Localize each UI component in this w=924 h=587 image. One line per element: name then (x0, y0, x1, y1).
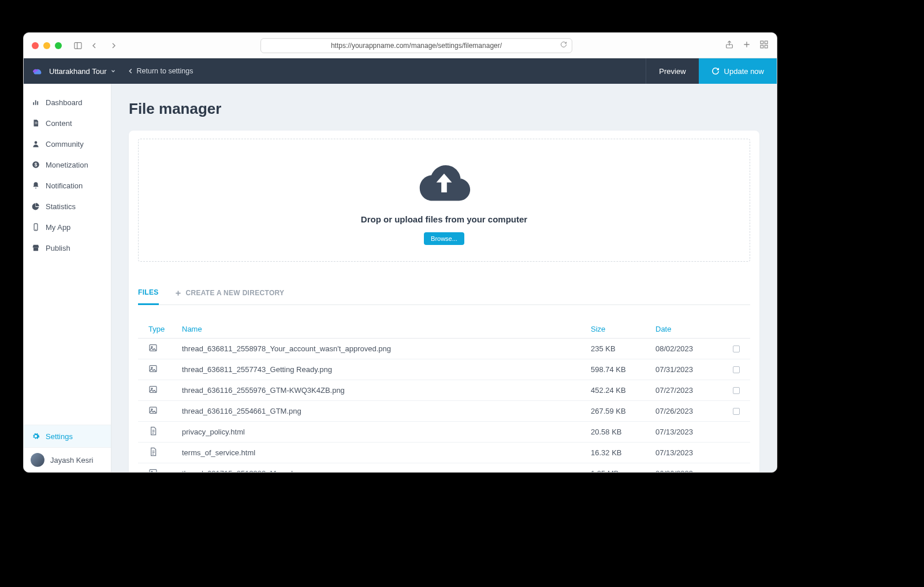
table-row[interactable]: thread_636116_2554661_GTM.png267.59 KB07… (138, 401, 750, 422)
file-size: 452.24 KB (591, 386, 655, 395)
table-row[interactable]: terms_of_service.html16.32 KB07/13/2023 (138, 443, 750, 463)
sidebar-item-content[interactable]: Content (24, 113, 111, 133)
reload-icon[interactable] (560, 41, 567, 50)
table-row[interactable]: thread_621715_2513202_Menu Icon.png1.05 … (138, 463, 750, 472)
file-size: 1.05 MB (591, 469, 655, 472)
app-logo-icon (32, 66, 43, 76)
sidebar-label: Dashboard (46, 98, 83, 107)
file-name: terms_of_service.html (182, 448, 591, 457)
window-minimize-button[interactable] (43, 42, 50, 49)
tabs-grid-icon[interactable] (759, 40, 769, 51)
user-profile[interactable]: Jayash Kesri (24, 448, 111, 472)
bell-icon (32, 181, 40, 190)
header-date[interactable]: Date (655, 325, 726, 333)
new-tab-icon[interactable] (742, 40, 751, 51)
app: Uttarakhand Tour Return to settings Prev… (24, 58, 777, 472)
return-to-settings-link[interactable]: Return to settings (126, 67, 193, 75)
sidebar-item-myapp[interactable]: My App (24, 217, 111, 237)
traffic-lights (32, 42, 62, 49)
svg-point-29 (151, 409, 152, 410)
tab-files[interactable]: FILES (138, 283, 159, 305)
sidebar-item-monetization[interactable]: $ Monetization (24, 154, 111, 175)
sidebar-footer: Settings Jayash Kesri (24, 425, 111, 472)
preview-label: Preview (659, 67, 685, 76)
dollar-icon: $ (32, 161, 40, 169)
forward-button[interactable] (106, 39, 122, 53)
tab-files-label: FILES (138, 288, 159, 296)
file-name: thread_621715_2513202_Menu Icon.png (182, 469, 591, 472)
table-row[interactable]: thread_636811_2557743_Getting Ready.png5… (138, 359, 750, 380)
svg-text:$: $ (35, 162, 38, 168)
sidebar-item-community[interactable]: Community (24, 133, 111, 154)
image-icon (148, 343, 182, 354)
preview-button[interactable]: Preview (646, 58, 698, 84)
back-button[interactable] (86, 39, 102, 53)
file-checkbox-cell (726, 408, 740, 415)
file-size: 267.59 KB (591, 407, 655, 415)
header-size[interactable]: Size (591, 325, 655, 333)
checkbox[interactable] (733, 366, 740, 373)
svg-rect-21 (176, 292, 180, 294)
file-date: 07/13/2023 (655, 428, 726, 436)
svg-rect-11 (37, 101, 38, 105)
pie-chart-icon (32, 202, 40, 210)
header-name[interactable]: Name (182, 325, 591, 333)
chevron-left-icon (126, 67, 135, 75)
browser-chrome: https://yourappname.com/manage/settings/… (24, 33, 777, 58)
checkbox[interactable] (733, 345, 740, 352)
chevron-down-icon[interactable] (110, 66, 116, 76)
refresh-icon (711, 67, 720, 75)
svg-rect-6 (765, 41, 767, 44)
checkbox[interactable] (733, 408, 740, 415)
url-bar[interactable]: https://yourappname.com/manage/settings/… (260, 38, 572, 53)
table-row[interactable]: privacy_policy.html20.58 KB07/13/2023 (138, 422, 750, 443)
header-type[interactable]: Type (148, 325, 182, 333)
sidebar-item-statistics[interactable]: Statistics (24, 196, 111, 217)
file-checkbox-cell (726, 345, 740, 352)
settings-label: Settings (46, 432, 73, 441)
app-body: Dashboard Content Community $ Monetizati… (24, 84, 777, 472)
window-close-button[interactable] (32, 42, 39, 49)
checkbox[interactable] (733, 387, 740, 394)
gear-icon (32, 432, 40, 440)
sidebar-item-publish[interactable]: Publish (24, 237, 111, 258)
svg-point-37 (151, 471, 152, 472)
page-title: File manager (129, 100, 759, 118)
document-icon (148, 447, 182, 458)
image-icon (148, 468, 182, 472)
table-row[interactable]: thread_636811_2558978_Your_account_wasn'… (138, 339, 750, 359)
bar-chart-icon (32, 98, 40, 106)
svg-point-23 (151, 347, 152, 348)
sidebar-item-notification[interactable]: Notification (24, 175, 111, 196)
file-date: 06/26/2023 (655, 469, 726, 472)
svg-rect-13 (35, 124, 38, 124)
table-header: Type Name Size Date (138, 320, 750, 339)
update-label: Update now (724, 67, 764, 76)
share-icon[interactable] (725, 40, 734, 51)
svg-rect-36 (150, 470, 157, 472)
file-table: Type Name Size Date thread_636811_255897… (138, 320, 750, 472)
sidebar-item-settings[interactable]: Settings (24, 425, 111, 448)
sidebar-item-dashboard[interactable]: Dashboard (24, 92, 111, 113)
sidebar-label: Monetization (46, 161, 88, 169)
dropzone[interactable]: Drop or upload files from your computer … (138, 139, 750, 262)
document-icon (32, 119, 40, 127)
app-name[interactable]: Uttarakhand Tour (49, 67, 107, 76)
sidebar-label: Notification (46, 181, 83, 190)
file-date: 07/27/2023 (655, 386, 726, 395)
store-icon (32, 244, 40, 252)
window-maximize-button[interactable] (55, 42, 62, 49)
tabs: FILES CREATE A NEW DIRECTORY (138, 283, 750, 305)
sidebar-label: Content (46, 119, 72, 128)
file-date: 07/13/2023 (655, 448, 726, 457)
browse-button[interactable]: Browse... (424, 232, 464, 245)
table-body: thread_636811_2558978_Your_account_wasn'… (138, 339, 750, 472)
main-content: File manager Drop or upload files from y… (111, 84, 777, 472)
sidebar-toggle-icon[interactable] (70, 39, 86, 53)
tab-create-directory[interactable]: CREATE A NEW DIRECTORY (175, 283, 285, 304)
file-name: thread_636116_2554661_GTM.png (182, 407, 591, 415)
table-row[interactable]: thread_636116_2555976_GTM-KWQ3K4ZB.png45… (138, 380, 750, 401)
file-size: 598.74 KB (591, 365, 655, 374)
header-check (726, 325, 740, 333)
update-now-button[interactable]: Update now (699, 58, 777, 84)
